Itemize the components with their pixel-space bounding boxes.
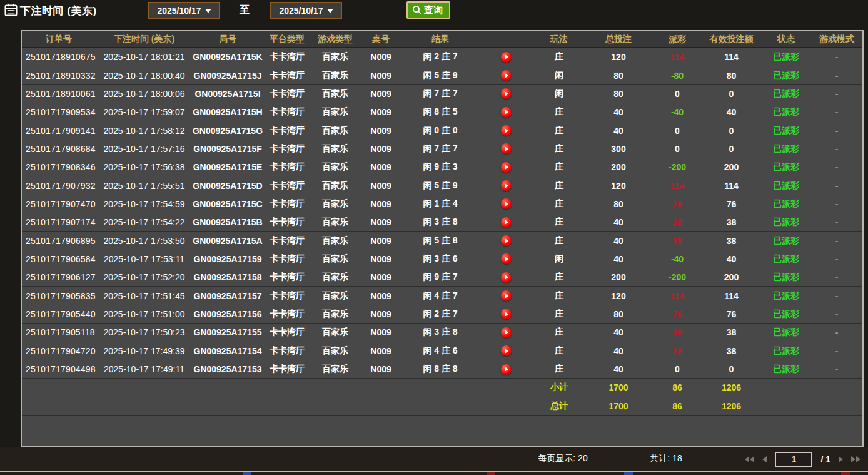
round-id-cell: GN00925A1715A (193, 232, 263, 249)
table-no-cell: N009 (359, 121, 403, 139)
game-type-cell: 百家乐 (311, 268, 359, 286)
game-type-cell: 百家乐 (311, 324, 359, 341)
game-type-cell: 百家乐 (311, 158, 359, 176)
status-badge: 已派彩 (761, 342, 811, 360)
game-mode-cell: - (811, 342, 862, 360)
empty-cell (811, 397, 862, 415)
payout-cell: 38 (653, 213, 702, 231)
bottom-strip-mark (841, 472, 850, 475)
platform-cell: 卡卡湾厅 (263, 66, 311, 84)
replay-icon[interactable] (501, 198, 512, 209)
replay-icon[interactable] (501, 52, 512, 63)
bet-time-cell: 2025-10-17 17:53:11 (96, 250, 193, 268)
payout-cell: 38 (653, 342, 702, 360)
replay-icon[interactable] (501, 253, 512, 264)
replay-icon[interactable] (501, 70, 512, 81)
replay-icon[interactable] (501, 143, 512, 154)
total-bet-cell: 80 (584, 85, 653, 103)
column-header: 局号 (193, 31, 263, 47)
table-no-cell: N009 (359, 268, 403, 286)
table-no-cell: N009 (359, 232, 403, 249)
round-id-cell: GN00925A17154 (193, 342, 263, 360)
replay-cell (478, 140, 534, 158)
empty-cell (22, 397, 96, 415)
table-row: 2510171790612782025-10-17 17:52:20GN0092… (22, 268, 862, 287)
order-id-cell: 251017189100619 (22, 85, 96, 103)
payout-cell: -200 (653, 268, 702, 286)
replay-icon[interactable] (501, 217, 512, 228)
empty-cell (311, 397, 359, 415)
empty-cell (403, 397, 478, 415)
payout-cell: 0 (653, 121, 702, 139)
empty-cell (478, 397, 534, 415)
game-type-cell: 百家乐 (311, 48, 359, 66)
date-to-select[interactable]: 2025/10/17 (270, 2, 342, 19)
table-no-cell: N009 (359, 158, 403, 176)
subtotal-row: 小计1700861206 (22, 379, 862, 397)
replay-cell (478, 66, 534, 84)
replay-icon[interactable] (501, 309, 512, 319)
replay-icon[interactable] (501, 162, 512, 173)
round-id-cell: GN00925A1715I (193, 85, 263, 103)
order-id-cell: 251017179054407 (22, 305, 96, 323)
status-badge: 已派彩 (761, 287, 811, 304)
replay-icon[interactable] (501, 272, 512, 283)
play-type-cell: 庄 (534, 121, 584, 139)
replay-icon[interactable] (501, 290, 512, 301)
result-cell: 闲 8 庄 8 (403, 360, 478, 378)
column-header: 平台类型 (263, 31, 311, 47)
valid-bet-cell: 38 (702, 232, 761, 249)
payout-cell: 0 (653, 85, 702, 103)
play-type-cell: 闲 (534, 85, 584, 103)
bet-time-cell: 2025-10-17 17:51:45 (96, 287, 193, 304)
game-mode-cell: - (811, 213, 862, 231)
table-no-cell: N009 (359, 85, 403, 103)
bet-time-cell: 2025-10-17 17:55:51 (96, 176, 193, 194)
date-from-select[interactable]: 2025/10/17 (148, 2, 220, 19)
replay-icon[interactable] (501, 327, 512, 338)
empty-cell (478, 379, 534, 396)
replay-icon[interactable] (501, 107, 512, 118)
game-mode-cell: - (811, 268, 862, 286)
replay-icon[interactable] (501, 364, 512, 375)
page-number-input[interactable] (775, 452, 812, 467)
column-header: 下注时间 (美东) (96, 31, 193, 47)
bottom-strip-mark (243, 472, 251, 475)
replay-icon[interactable] (501, 180, 512, 191)
replay-icon[interactable] (501, 125, 512, 136)
replay-icon[interactable] (501, 88, 512, 99)
round-id-cell: GN00925A1715K (193, 48, 263, 66)
valid-bet-cell: 200 (702, 158, 761, 176)
result-cell: 闲 4 庄 7 (403, 287, 478, 304)
column-header: 有效投注额 (702, 31, 761, 47)
replay-icon[interactable] (501, 345, 512, 356)
first-page-icon[interactable] (745, 456, 754, 462)
platform-cell: 卡卡湾厅 (263, 305, 311, 323)
column-header: 派彩 (653, 31, 702, 47)
subtotal-row-valid-bet: 1206 (702, 379, 761, 396)
game-type-cell: 百家乐 (311, 360, 359, 378)
result-cell: 闲 5 庄 9 (403, 66, 478, 84)
result-cell: 闲 8 庄 5 (403, 103, 478, 121)
empty-cell (193, 379, 263, 396)
table-body: 2510171891067592025-10-17 18:01:21GN0092… (22, 48, 862, 416)
prev-page-icon[interactable] (762, 454, 767, 465)
result-cell: 闲 7 庄 7 (403, 85, 478, 103)
chevron-down-icon (205, 9, 211, 13)
replay-cell (478, 103, 534, 121)
order-id-cell: 251017179071747 (22, 213, 96, 231)
round-id-cell: GN00925A1715F (193, 140, 263, 158)
subtotal-row-total-bet: 1700 (584, 379, 653, 396)
query-button[interactable]: 查询 (406, 1, 450, 19)
platform-cell: 卡卡湾厅 (263, 103, 311, 121)
last-page-icon[interactable] (851, 456, 860, 462)
next-page-icon[interactable] (839, 454, 843, 465)
payout-cell: -200 (653, 158, 702, 176)
replay-icon[interactable] (501, 235, 512, 246)
total-bet-cell: 40 (584, 121, 653, 139)
round-id-cell: GN00925A17157 (193, 287, 263, 304)
order-id-cell: 251017189103323 (22, 66, 96, 84)
column-header: 总投注 (584, 31, 653, 47)
valid-bet-cell: 76 (702, 305, 761, 323)
valid-bet-cell: 114 (702, 287, 761, 304)
